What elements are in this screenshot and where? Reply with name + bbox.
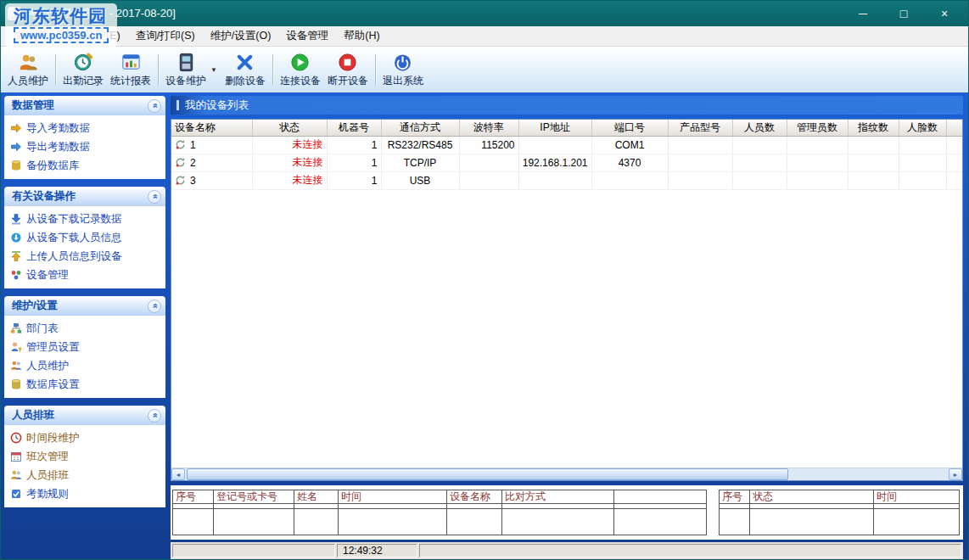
sidebar-item-personnel-scheduling[interactable]: 人员排班 [10,468,162,483]
toolbar-button-personnel-maintenance[interactable]: 人员维护 [4,48,52,91]
sidebar-item-download-personnel-from-device[interactable]: 从设备下载人员信息 [10,230,162,245]
scrollbar-thumb[interactable] [187,468,788,480]
maximize-button[interactable]: □ [897,7,910,20]
machine-no: 1 [327,171,381,189]
comm-mode: TCP/IP [381,154,459,171]
column-header-seq[interactable]: 序号 [173,490,214,504]
clock-icon [10,432,22,444]
column-header-face-count[interactable]: 人脸数 [899,120,946,136]
scroll-left-button[interactable]: ◄ [171,468,185,480]
menu-file[interactable]: 文件(F) [6,25,56,47]
sidebar-item-upload-personnel-to-device[interactable]: 上传人员信息到设备 [10,249,162,264]
column-header-device-name[interactable]: 设备名称 [171,120,252,136]
collapse-button[interactable]: » [148,409,161,423]
sidebar-item-import-attendance-data[interactable]: 导入考勤数据 [10,120,162,136]
column-header-verify-mode[interactable]: 比对方式 [502,490,614,504]
column-header-device-name[interactable]: 设备名称 [447,490,502,504]
column-header-machine-no[interactable]: 机器号 [327,120,381,136]
comm-mode: USB [381,171,459,189]
menu-query-print[interactable]: 查询/打印(S) [128,25,203,47]
sidebar-item-department-table[interactable]: 部门表 [10,321,162,336]
sidebar-item-attendance-rules[interactable]: 考勤规则 [10,486,162,501]
collapse-button[interactable]: » [148,190,161,204]
chevron-up-icon: » [150,193,160,199]
ip-address [518,171,591,189]
toolbar-separator [375,54,376,85]
sidebar-section-personnel-scheduling: 人员排班 » 时间段维护 班次管理 人员排班 [4,406,165,507]
body: 数据管理 » 导入考勤数据 导出考勤数据 备份数据库 [1,92,968,559]
device-name: 2 [190,157,196,169]
menu-attendance-processing[interactable]: 考勤处理(E) [56,25,128,47]
section-header-device-operations[interactable]: 有关设备操作 » [4,187,165,206]
sidebar-item-device-management[interactable]: 设备管理 [10,267,162,283]
column-header-baud-rate[interactable]: 波特率 [459,120,518,136]
device-row[interactable]: 1 未连接 1 RS232/RS485 115200 COM1 [171,136,962,154]
port [591,171,668,189]
minimize-button[interactable]: ─ [856,7,870,20]
toolbar-button-exit-system[interactable]: 退出系统 [379,48,427,91]
column-header-enroll-or-card-no[interactable]: 登记号或卡号 [214,490,294,504]
device-management-icon [10,269,22,281]
calendar-icon [10,451,22,462]
column-header-personnel-count[interactable]: 人员数 [732,120,787,136]
sidebar-item-label: 管理员设置 [26,340,80,355]
org-chart-icon [10,322,22,334]
scroll-right-button[interactable]: ► [949,468,962,480]
sidebar-item-download-records-from-device[interactable]: 从设备下载记录数据 [10,211,162,227]
close-button[interactable]: × [938,7,951,20]
sidebar-item-shift-management[interactable]: 班次管理 [10,449,162,464]
sidebar-item-label: 部门表 [26,322,59,336]
column-header-seq[interactable]: 序号 [720,490,750,504]
column-header-fingerprint-count[interactable]: 指纹数 [848,120,899,136]
device-sync-icon [175,175,186,186]
column-header-time[interactable]: 时间 [874,490,959,504]
collapse-button[interactable]: » [148,300,161,313]
column-header-port[interactable]: 端口号 [591,120,668,136]
sidebar-item-personnel-maintenance[interactable]: 人员维护 [10,358,162,373]
section-header-maintenance-settings[interactable]: 维护/设置 » [4,296,165,316]
toolbar-button-delete-device[interactable]: 删除设备 [221,48,269,91]
device-row[interactable]: 2 未连接 1 TCP/IP 192.168.1.201 4370 [171,154,962,171]
sidebar-item-label: 班次管理 [26,450,69,464]
section-header-data-management[interactable]: 数据管理 » [4,96,165,115]
column-header-name[interactable]: 姓名 [294,490,339,504]
titlebar: 考勤管理程序 - [ - 2017-08-20] ─ □ × [1,1,968,26]
column-header-admin-count[interactable]: 管理员数 [787,120,848,136]
column-header-status[interactable]: 状态 [750,490,874,504]
baud-rate [459,171,518,189]
section-header-personnel-scheduling[interactable]: 人员排班 » [4,406,165,425]
scrollbar-track[interactable] [186,468,948,480]
collapse-button[interactable]: » [148,99,161,113]
toolbar-button-connect-device[interactable]: 连接设备 [277,48,324,91]
column-header-password-count[interactable]: 密 [946,120,962,136]
device-maintenance-dropdown-icon[interactable]: ▼ [210,48,221,91]
sidebar-item-admin-settings[interactable]: 管理员设置 [10,339,162,355]
device-row[interactable]: 3 未连接 1 USB [171,171,962,189]
section-title: 人员排班 [12,408,54,423]
sidebar-item-database-settings[interactable]: 数据库设置 [10,377,162,392]
column-header-time[interactable]: 时间 [339,490,447,504]
sidebar-item-time-period-maintenance[interactable]: 时间段维护 [10,430,162,445]
device-terminal-icon [176,52,197,73]
download-arrow-icon [10,213,22,225]
section-title: 维护/设置 [12,299,57,313]
column-header-product-model[interactable]: 产品型号 [668,120,732,136]
port: 4370 [591,154,668,171]
menu-device-management[interactable]: 设备管理 [278,25,336,47]
people-icon [18,52,39,73]
menu-help[interactable]: 帮助(H) [336,25,387,47]
column-header-ip-address[interactable]: IP地址 [518,120,591,136]
column-header-status[interactable]: 状态 [252,120,327,136]
toolbar-button-disconnect-device[interactable]: 断开设备 [324,48,372,91]
toolbar-button-label: 删除设备 [225,74,266,88]
menu-maintenance-settings[interactable]: 维护/设置(O) [203,25,279,47]
toolbar-button-statistics-report[interactable]: 统计报表 [107,48,154,91]
sidebar-item-backup-database[interactable]: 备份数据库 [10,158,162,173]
toolbar-separator [55,54,56,85]
sidebar-item-export-attendance-data[interactable]: 导出考勤数据 [10,139,162,154]
horizontal-scrollbar[interactable]: ◄ ► [171,468,962,480]
toolbar-button-attendance-records[interactable]: 出勤记录 [59,48,107,91]
device-sync-icon [175,139,186,150]
toolbar-button-device-maintenance[interactable]: 设备维护 [162,48,210,91]
column-header-comm-mode[interactable]: 通信方式 [381,120,459,136]
